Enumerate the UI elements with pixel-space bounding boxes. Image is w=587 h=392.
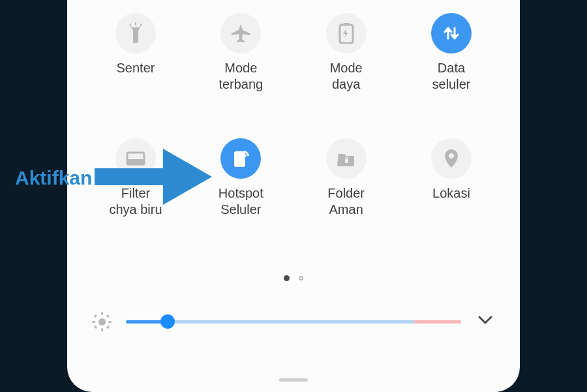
page-dot-2: [299, 276, 303, 280]
tile-location: Lokasi: [409, 138, 494, 218]
tile-mobiledata-button[interactable]: [431, 13, 472, 53]
tile-powermode: Mode daya: [304, 13, 389, 93]
brightness-auto-icon[interactable]: [93, 313, 110, 330]
svg-rect-1: [135, 22, 136, 25]
chevron-down-icon: [478, 316, 492, 327]
brightness-expand-button[interactable]: [477, 316, 494, 327]
brightness-slider[interactable]: [126, 314, 461, 329]
svg-rect-9: [345, 159, 348, 163]
svg-rect-8: [234, 151, 245, 167]
battery-recycle-icon: [337, 23, 355, 44]
tile-hotspot-button[interactable]: [220, 138, 261, 179]
tile-airplane: Mode terbang: [198, 13, 283, 93]
annotation-text: Aktifkan: [15, 167, 92, 189]
tile-powermode-button[interactable]: [326, 13, 367, 53]
annotation-callout: Aktifkan: [15, 149, 212, 207]
tile-label[interactable]: Lokasi: [432, 185, 470, 202]
tile-mobiledata: Data seluler: [409, 13, 494, 93]
tile-label[interactable]: Mode terbang: [218, 60, 263, 93]
svg-rect-0: [133, 30, 138, 43]
tile-airplane-button[interactable]: [220, 13, 261, 53]
arrow-right-icon: [95, 149, 212, 207]
tile-label[interactable]: Senter: [117, 60, 155, 76]
tile-securefolder: Folder Aman: [304, 138, 389, 218]
location-pin-icon: [443, 148, 460, 169]
hotspot-icon: [232, 149, 250, 168]
brightness-thumb[interactable]: [160, 314, 175, 329]
tile-label[interactable]: Mode daya: [330, 60, 363, 93]
airplane-icon: [230, 22, 252, 44]
tile-securefolder-button[interactable]: [326, 138, 367, 179]
tiles-row-1: Senter Mode terbang Mode daya: [93, 13, 494, 93]
tile-label[interactable]: Hotspot Seluler: [218, 185, 263, 218]
brightness-row: [93, 313, 494, 330]
flashlight-icon: [126, 22, 145, 44]
secure-folder-icon: [337, 150, 356, 167]
panel-drag-handle[interactable]: [279, 378, 308, 382]
svg-rect-2: [129, 23, 132, 27]
brightness-track: [126, 320, 461, 324]
svg-rect-3: [140, 23, 142, 27]
tile-flashlight: Senter: [93, 13, 178, 93]
tile-flashlight-button[interactable]: [115, 13, 156, 53]
tile-location-button[interactable]: [431, 138, 472, 179]
tile-label[interactable]: Folder Aman: [327, 185, 365, 218]
data-arrows-icon: [441, 23, 462, 44]
svg-rect-10: [95, 168, 166, 185]
tile-label[interactable]: Data seluler: [432, 60, 471, 93]
page-indicator[interactable]: [67, 275, 520, 281]
page-dot-1: [284, 275, 290, 281]
